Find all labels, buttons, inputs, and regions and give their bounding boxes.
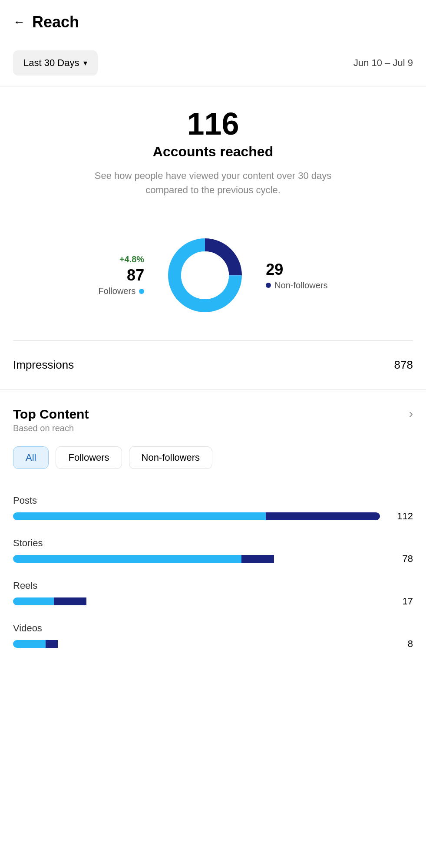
donut-section: +4.8% 87 Followers 29 Non-followers [0,210,426,340]
content-row: Posts112 [13,495,413,522]
followers-count: 87 [99,266,145,284]
content-row-bar-container: 8 [13,638,413,650]
followers-label: Followers [99,286,145,296]
content-row-label: Reels [13,580,413,591]
followers-change: +4.8% [99,254,145,264]
content-row: Reels17 [13,580,413,607]
bar-wrapper [13,597,380,605]
bar-segment-followers [13,597,54,605]
top-content-title: Top Content [13,407,89,422]
top-content-title-group: Top Content Based on reach [13,407,89,433]
content-row-bar-container: 17 [13,596,413,607]
non-followers-count: 29 [266,261,327,279]
non-followers-group: 29 Non-followers [266,261,327,290]
impressions-row: Impressions 878 [0,341,426,389]
content-row-value: 17 [387,596,413,607]
non-followers-label: Non-followers [266,281,327,290]
content-row-value: 8 [387,638,413,650]
bar-segment-non-followers [54,597,86,605]
chevron-down-icon: ▾ [83,58,87,68]
chevron-right-icon[interactable]: › [409,407,413,421]
accounts-reached-number: 116 [13,108,413,139]
content-row-label: Videos [13,623,413,634]
accounts-reached-label: Accounts reached [13,144,413,160]
svg-point-2 [181,251,229,299]
date-filter-label: Last 30 Days [23,57,79,69]
bar-segment-followers [13,512,266,520]
bar-wrapper [13,555,380,563]
bar-wrapper [13,512,380,520]
content-row: Stories78 [13,538,413,564]
top-content-subtitle: Based on reach [13,423,89,433]
content-row-label: Stories [13,538,413,549]
top-content-header[interactable]: Top Content Based on reach › [13,407,413,433]
top-content-section: Top Content Based on reach › AllFollower… [0,389,426,495]
content-row: Videos8 [13,623,413,650]
filter-tabs: AllFollowersNon-followers [13,446,413,469]
content-row-bar-container: 112 [13,511,413,522]
bar-segment-followers [13,640,46,648]
header: ← Reach [0,0,426,40]
content-row-label: Posts [13,495,413,506]
followers-dot-icon [139,289,144,294]
back-button[interactable]: ← [13,15,25,29]
page-title: Reach [32,13,79,31]
controls-row: Last 30 Days ▾ Jun 10 – Jul 9 [0,40,426,86]
stats-section: 116 Accounts reached See how people have… [0,86,426,210]
followers-group: +4.8% 87 Followers [99,254,145,296]
bar-wrapper [13,640,380,648]
impressions-label: Impressions [13,358,74,372]
filter-tab-all[interactable]: All [13,446,49,469]
impressions-value: 878 [394,358,413,372]
content-row-bar-container: 78 [13,553,413,564]
non-followers-dot-icon [266,283,271,288]
content-rows: Posts112Stories78Reels17Videos8 [0,495,426,683]
bar-segment-non-followers [241,555,274,563]
bar-segment-non-followers [46,640,58,648]
bar-segment-non-followers [266,512,380,520]
content-row-value: 112 [387,511,413,522]
date-filter-button[interactable]: Last 30 Days ▾ [13,50,98,76]
filter-tab-followers[interactable]: Followers [56,446,122,469]
filter-tab-non-followers[interactable]: Non-followers [129,446,213,469]
content-row-value: 78 [387,553,413,564]
accounts-reached-desc: See how people have viewed your content … [83,168,343,197]
date-range-label: Jun 10 – Jul 9 [353,57,413,69]
donut-chart [162,232,248,319]
bar-segment-followers [13,555,241,563]
